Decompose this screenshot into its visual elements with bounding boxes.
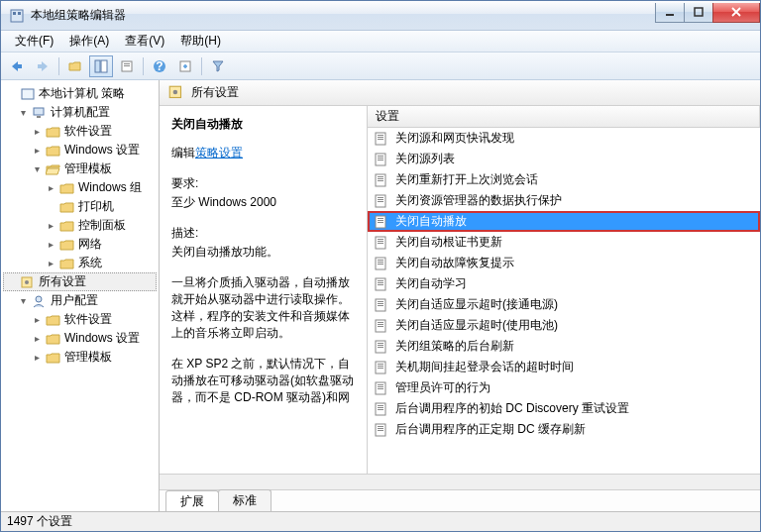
svg-rect-25 [378,137,383,138]
svg-rect-53 [378,282,383,283]
status-bar: 1497 个设置 [1,511,760,531]
list-item[interactable]: 关闭自动故障恢复提示 [368,253,760,273]
tree-windows-settings[interactable]: ▸Windows 设置 [3,141,157,160]
svg-rect-1 [13,12,16,15]
svg-rect-32 [378,176,383,177]
tree-control-panel[interactable]: ▸控制面板 [3,216,157,235]
user-icon [32,294,48,308]
svg-rect-52 [378,280,383,281]
svg-rect-16 [34,108,44,115]
properties-button[interactable] [115,55,139,77]
tree-user-windows[interactable]: ▸Windows 设置 [3,329,157,348]
svg-rect-34 [378,180,383,181]
edit-policy-link[interactable]: 策略设置 [195,146,243,160]
list-item[interactable]: 关机期间挂起登录会话的超时时间 [368,357,760,377]
svg-rect-68 [378,364,383,365]
maximize-button[interactable] [684,3,713,23]
policy-item-icon [374,131,389,147]
tree-admin-templates[interactable]: ▾管理模板 [3,160,157,178]
svg-rect-54 [378,284,383,285]
svg-rect-56 [378,301,383,302]
list-item[interactable]: 关闭自适应显示超时(接通电源) [368,294,760,315]
list-item[interactable]: 关闭重新打开上次浏览会话 [368,169,760,190]
svg-rect-36 [378,197,383,198]
list-item[interactable]: 关闭组策略的后台刷新 [368,336,760,357]
tree-all-settings[interactable]: 所有设置 [3,272,157,291]
folder-icon [59,219,75,233]
tree-network[interactable]: ▸网络 [3,235,157,254]
list-item[interactable]: 关闭源和网页快讯发现 [368,128,760,149]
minimize-button[interactable] [655,3,685,23]
tab-standard[interactable]: 标准 [218,489,272,511]
policy-item-icon [374,193,389,209]
menu-file[interactable]: 文件(F) [7,31,61,52]
list-item[interactable]: 关闭资源管理器的数据执行保护 [368,190,760,211]
folder-icon [46,125,61,139]
list-item[interactable]: 关闭自动根证书更新 [368,232,760,253]
list-item[interactable]: 管理员许可的行为 [368,377,760,398]
tree-root[interactable]: 本地计算机 策略 [3,84,157,103]
column-settings[interactable]: 设置 [368,106,760,127]
tree-software-settings[interactable]: ▸软件设置 [3,122,157,141]
svg-rect-45 [378,241,383,242]
list-item[interactable]: 后台调用程序的正定期 DC 缓存刷新 [368,419,760,440]
back-button[interactable] [5,55,29,77]
tree-user-software[interactable]: ▸软件设置 [3,310,157,329]
main-body: 关闭自动播放 编辑策略设置 要求: 至少 Windows 2000 描述: 关闭… [160,106,760,474]
list-item[interactable]: 关闭自适应显示超时(使用电池) [368,315,760,336]
settings-icon [20,275,36,289]
svg-rect-74 [378,388,383,389]
folder-icon [59,200,75,214]
filter-button[interactable] [206,55,230,77]
description-section: 描述: 关闭自动播放功能。 [171,225,355,261]
menu-view[interactable]: 查看(V) [117,31,172,52]
list-item[interactable]: 关闭源列表 [368,149,760,169]
svg-rect-6 [38,64,43,68]
svg-rect-49 [378,262,383,263]
svg-rect-26 [378,139,383,140]
svg-rect-73 [378,386,383,387]
close-button[interactable] [712,3,760,23]
svg-rect-82 [378,430,383,431]
nav-tree[interactable]: 本地计算机 策略 ▾计算机配置 ▸软件设置 ▸Windows 设置 ▾管理模板 … [1,80,160,511]
menubar: 文件(F) 操作(A) 查看(V) 帮助(H) [1,31,760,53]
folder-open-icon [46,162,61,176]
tree-computer-config[interactable]: ▾计算机配置 [3,103,157,122]
svg-point-19 [25,280,29,284]
list-body[interactable]: 关闭源和网页快讯发现关闭源列表关闭重新打开上次浏览会话关闭资源管理器的数据执行保… [368,128,760,474]
folder-icon [59,181,75,195]
list-item[interactable]: 关闭自动学习 [368,273,760,294]
svg-rect-70 [378,368,383,369]
tree-windows-components[interactable]: ▸Windows 组 [3,178,157,197]
svg-rect-78 [378,409,383,410]
settings-list: 设置 关闭源和网页快讯发现关闭源列表关闭重新打开上次浏览会话关闭资源管理器的数据… [368,106,760,474]
list-item[interactable]: 后台调用程序的初始 DC Discovery 重试设置 [368,398,760,419]
tree-user-admin[interactable]: ▸管理模板 [3,348,157,367]
titlebar[interactable]: 本地组策略编辑器 [1,1,760,31]
svg-rect-17 [37,116,41,118]
svg-rect-30 [378,160,383,160]
menu-action[interactable]: 操作(A) [61,31,117,52]
horizontal-scrollbar[interactable] [160,474,760,489]
toolbar: ? [1,53,760,80]
svg-rect-42 [378,222,383,223]
forward-button[interactable] [31,55,54,77]
svg-rect-60 [378,322,383,323]
export-button[interactable] [173,55,197,77]
svg-rect-37 [378,199,383,200]
tree-system[interactable]: ▸系统 [3,254,157,272]
list-item[interactable]: 关闭自动播放 [368,211,760,232]
policy-item-icon [374,172,389,188]
svg-rect-38 [378,201,383,202]
svg-rect-48 [378,260,383,261]
window-buttons [656,3,760,23]
svg-rect-2 [18,12,21,15]
tree-user-config[interactable]: ▾用户配置 [3,291,157,310]
tree-printers[interactable]: 打印机 [3,197,157,216]
help-button[interactable]: ? [148,55,171,77]
show-tree-button[interactable] [89,55,113,77]
tab-extended[interactable]: 扩展 [165,490,219,511]
svg-text:?: ? [156,59,163,73]
menu-help[interactable]: 帮助(H) [172,31,229,52]
up-button[interactable] [63,55,87,77]
